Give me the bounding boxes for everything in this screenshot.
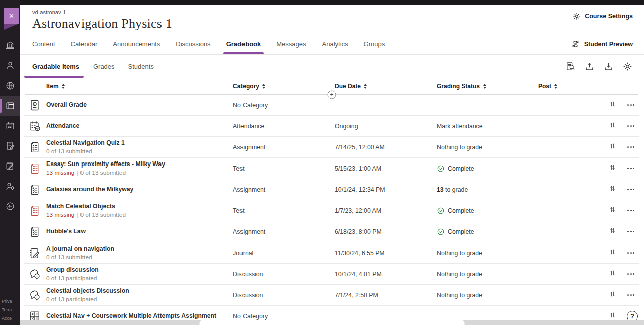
item-type-icon-cell (24, 162, 46, 175)
submission-count: 0 of 13 submitted (80, 169, 126, 176)
row-menu-button[interactable] (627, 271, 635, 278)
tab-messages[interactable]: Messages (276, 34, 306, 54)
item-title: Essay: Sun proximity effects - Milky Way (46, 160, 233, 168)
item-title-cell[interactable]: Match Celestial Objects13 missing|0 of 1… (46, 203, 233, 218)
table-row: Celestial objects Discussion0 of 13 part… (24, 285, 639, 306)
course-settings-button[interactable]: Course Settings (572, 12, 633, 21)
close-panel-button[interactable]: ✕ (4, 8, 19, 30)
column-header-category[interactable]: Category (233, 83, 335, 90)
main-area: vd-astronav-1 Astronavigation Physics 1 … (20, 0, 644, 325)
row-controls (609, 142, 642, 152)
status-text: Nothing to grade (437, 250, 482, 257)
tab-groups[interactable]: Groups (364, 34, 385, 54)
add-item-button[interactable]: + (328, 90, 336, 99)
reorder-handle[interactable] (609, 185, 616, 194)
sidebar-item-compose-doc[interactable] (0, 136, 20, 156)
subtab-gradable-items[interactable]: Gradable Items (32, 55, 79, 78)
item-category: Journal (233, 250, 335, 257)
row-menu-button[interactable] (627, 228, 635, 235)
submission-count: 0 of 13 submitted (46, 148, 92, 155)
tab-calendar[interactable]: Calendar (71, 34, 98, 54)
sidebar-item-user-gear[interactable] (0, 176, 20, 196)
footer-link[interactable]: Acce (2, 314, 20, 323)
item-title-cell[interactable]: Galaxies around the Milkyway (46, 186, 233, 193)
reorder-icon (609, 227, 616, 234)
reorder-handle[interactable] (609, 142, 616, 152)
sidebar-item-calendar[interactable] (0, 116, 20, 136)
item-title-cell[interactable]: Hubble's Law (46, 228, 233, 235)
top-strip (20, 0, 644, 5)
reorder-handle[interactable] (609, 206, 616, 215)
tab-discussions[interactable]: Discussions (176, 34, 210, 54)
item-type-icon-cell (24, 183, 46, 196)
sidebar-item-globe[interactable] (0, 75, 20, 96)
course-settings-label: Course Settings (585, 13, 633, 20)
row-menu-button[interactable] (627, 123, 635, 130)
column-header-item[interactable]: Item (46, 83, 233, 90)
gear-icon[interactable] (622, 61, 633, 72)
sidebar-item-profile[interactable] (0, 55, 20, 75)
sidebar-item-courses[interactable] (0, 96, 20, 116)
item-grading-status: Complete (437, 207, 538, 215)
item-category: Assignment (233, 144, 335, 151)
item-type-icon-cell (24, 225, 46, 238)
item-title-cell[interactable]: Celestial Navigation Quiz 10 of 13 submi… (46, 139, 233, 155)
globe-icon (5, 80, 15, 91)
row-controls (609, 164, 642, 173)
item-title-cell[interactable]: Celestial objects Discussion0 of 13 part… (46, 287, 233, 303)
column-label: Item (46, 83, 59, 90)
item-title-cell[interactable]: Group discussion0 of 13 participated (46, 266, 233, 282)
upload-icon[interactable] (584, 61, 595, 72)
subtab-grades[interactable]: Grades (93, 55, 115, 78)
reorder-icon (609, 121, 616, 129)
status-complete: Complete (437, 228, 538, 236)
item-title-cell[interactable]: Attendance (46, 122, 233, 130)
row-menu-button[interactable] (627, 292, 635, 299)
item-grading-status: 13 to grade (437, 186, 538, 193)
reorder-handle[interactable] (609, 164, 616, 173)
tab-content[interactable]: Content (32, 34, 55, 54)
row-menu-button[interactable] (627, 144, 635, 151)
footer-link[interactable]: Term (2, 306, 20, 314)
column-header-post[interactable]: Post (538, 83, 609, 90)
column-label: Post (538, 83, 551, 90)
column-label: Category (233, 83, 259, 90)
item-category: No Category (233, 313, 335, 320)
sidebar-item-edit-square[interactable] (0, 156, 20, 176)
reorder-handle[interactable] (609, 121, 616, 131)
item-grading-status: Nothing to grade (437, 250, 538, 257)
row-menu-button[interactable] (627, 250, 635, 257)
item-title-cell[interactable]: A journal on navigation0 of 13 submitted (46, 245, 233, 261)
sidebar-item-institution[interactable] (0, 35, 20, 55)
row-menu-button[interactable] (627, 165, 635, 172)
reorder-handle[interactable] (609, 100, 616, 110)
student-preview-button[interactable]: Student Preview (571, 34, 633, 54)
reorder-handle[interactable] (609, 269, 616, 279)
download-icon[interactable] (603, 61, 614, 72)
row-menu-button[interactable] (627, 207, 635, 214)
item-type-icon-cell (24, 141, 46, 154)
subtab-students[interactable]: Students (128, 55, 154, 78)
horizontal-scrollbar[interactable] (200, 320, 465, 325)
item-title-cell[interactable]: Overall Grade (46, 101, 233, 109)
tab-announcements[interactable]: Announcements (113, 34, 160, 54)
column-header-grading-status[interactable]: Grading Status (437, 83, 538, 90)
reorder-handle[interactable] (609, 290, 616, 300)
submission-count: 0 of 13 submitted (46, 254, 92, 261)
column-header-due-date[interactable]: Due Date (335, 83, 437, 90)
reorder-handle[interactable] (609, 227, 616, 236)
tab-analytics[interactable]: Analytics (322, 34, 348, 54)
row-menu-button[interactable] (627, 186, 635, 193)
row-menu-button[interactable] (627, 102, 635, 109)
reorder-handle[interactable] (609, 248, 616, 258)
reorder-handle[interactable] (609, 311, 616, 321)
gradebook-search-icon[interactable] (565, 61, 576, 72)
item-title-cell[interactable]: Celestial Nav + Coursework Multiple Atte… (46, 312, 233, 320)
sidebar-item-sign-out[interactable] (0, 196, 20, 216)
item-title: Hubble's Law (46, 228, 233, 235)
item-category: Discussion (233, 292, 335, 299)
table-row: Essay: Sun proximity effects - Milky Way… (24, 158, 639, 179)
item-title-cell[interactable]: Essay: Sun proximity effects - Milky Way… (46, 160, 233, 176)
footer-link[interactable]: Priva (2, 297, 20, 306)
tab-gradebook[interactable]: Gradebook (226, 34, 261, 54)
